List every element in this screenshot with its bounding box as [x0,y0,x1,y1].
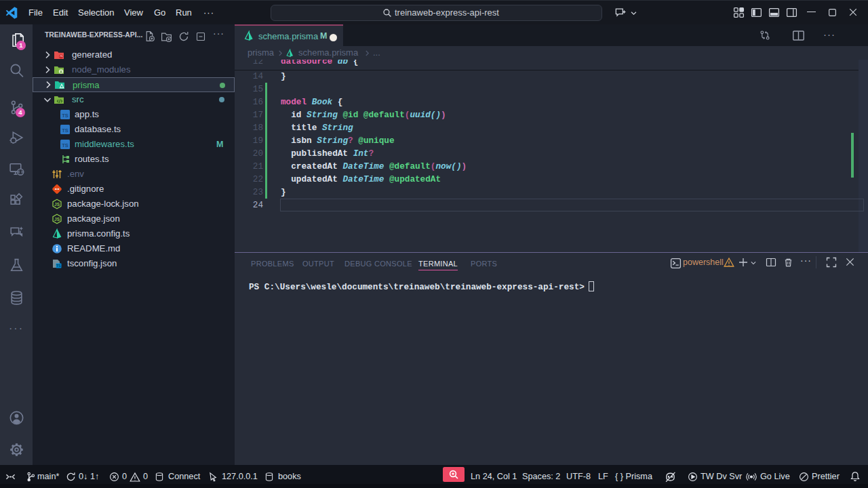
svg-text:TS: TS [62,127,68,134]
svg-text:JS: JS [54,202,60,207]
svg-text:TS: TS [56,264,61,268]
svg-text:TS: TS [62,113,68,119]
svg-text:TS: TS [62,142,68,148]
svg-text:JS: JS [54,217,60,222]
